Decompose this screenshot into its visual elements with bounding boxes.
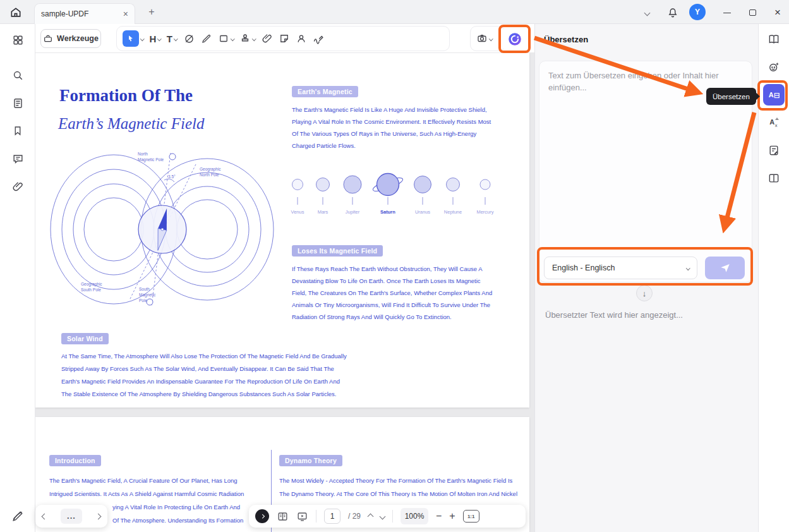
select-cursor-icon bbox=[123, 30, 139, 47]
language-select[interactable]: English - Englisch bbox=[544, 257, 697, 279]
search-icon bbox=[12, 70, 24, 82]
sticker-tool[interactable] bbox=[279, 29, 290, 48]
chevron-down-icon[interactable] bbox=[140, 37, 144, 40]
sidebar-comments-button[interactable] bbox=[9, 150, 27, 167]
reader-annotation-button[interactable] bbox=[765, 30, 783, 48]
translate-send-button[interactable] bbox=[705, 257, 745, 279]
signature-squiggle-icon bbox=[313, 33, 325, 45]
chevron-down-icon[interactable] bbox=[252, 37, 256, 40]
shapes-tool[interactable] bbox=[218, 29, 234, 48]
pdf-page-1[interactable]: Formation Of The Earth’s Magnetic Field bbox=[35, 53, 529, 408]
screenshot-tool[interactable] bbox=[476, 29, 493, 48]
chip-introduction: Introduction bbox=[49, 455, 101, 466]
tools-icon bbox=[43, 33, 53, 44]
edit-heading-tool[interactable]: H bbox=[150, 29, 161, 48]
page-total-label: / 29 bbox=[348, 512, 361, 521]
ellipse-slash-icon bbox=[183, 33, 195, 45]
camera-icon bbox=[476, 33, 488, 44]
maximize-icon bbox=[749, 9, 756, 16]
word-translate-button[interactable]: A x bbox=[765, 114, 783, 131]
document-canvas[interactable]: Formation Of The Earth’s Magnetic Field bbox=[35, 53, 534, 532]
chip-dynamo-theory: Dynamo Theory bbox=[279, 455, 342, 466]
sidebar-attachments-button[interactable] bbox=[9, 178, 27, 195]
home-icon bbox=[9, 6, 22, 19]
planet-label: Neptune bbox=[444, 209, 462, 215]
panel-title: Übersetzen bbox=[544, 35, 588, 44]
right-sidebar: A A x bbox=[758, 24, 789, 532]
more-pages-button[interactable]: ... bbox=[61, 509, 82, 524]
new-tab-button[interactable]: + bbox=[144, 4, 159, 20]
select-tool[interactable] bbox=[123, 29, 144, 48]
chevron-down-icon[interactable] bbox=[157, 37, 161, 40]
slideshow-button[interactable] bbox=[296, 511, 308, 523]
swap-direction-button[interactable]: ↓ bbox=[636, 285, 653, 301]
svg-text:Pole: Pole bbox=[139, 298, 147, 303]
collapse-toolbar-button[interactable] bbox=[255, 509, 269, 523]
window-maximize-button[interactable] bbox=[743, 5, 762, 20]
translate-button[interactable]: A bbox=[763, 84, 785, 106]
avatar[interactable]: Y bbox=[689, 4, 706, 20]
sidebar-thumbnails-button[interactable] bbox=[9, 94, 27, 112]
window-minimize-button[interactable] bbox=[718, 5, 737, 20]
diagram-south-label: South bbox=[139, 287, 150, 291]
chevron-down-icon[interactable] bbox=[231, 37, 234, 40]
zoom-in-button[interactable]: + bbox=[449, 511, 455, 522]
zoom-out-button[interactable]: − bbox=[436, 511, 442, 522]
form-fill-button[interactable] bbox=[765, 142, 783, 159]
sidebar-apps-grid-button[interactable] bbox=[9, 31, 27, 49]
tab-close-icon[interactable]: × bbox=[123, 9, 128, 19]
pen-tool[interactable] bbox=[201, 29, 212, 48]
sidebar-search-button[interactable] bbox=[9, 66, 27, 84]
window-titlebar: sample-UPDF × + Y × bbox=[0, 0, 789, 24]
sidebar-signature-button[interactable] bbox=[9, 507, 27, 525]
translate-output-placeholder: Übersetzter Text wird hier angezeigt... bbox=[545, 310, 683, 320]
reading-mode-button[interactable] bbox=[277, 511, 289, 523]
chevron-down-icon bbox=[686, 266, 690, 270]
watermark-tool[interactable] bbox=[296, 29, 307, 48]
page-layout-button[interactable] bbox=[765, 169, 783, 187]
chevron-down-icon[interactable] bbox=[174, 37, 178, 40]
ai-assistant-button[interactable] bbox=[765, 58, 783, 76]
text-tool[interactable]: T bbox=[167, 29, 178, 48]
back-button[interactable] bbox=[42, 513, 48, 519]
sidebar-bookmarks-button[interactable] bbox=[9, 122, 27, 140]
werkzeuge-button[interactable]: Werkzeuge bbox=[40, 29, 101, 48]
reading-mode-icon bbox=[277, 511, 289, 523]
chevron-down-icon[interactable] bbox=[489, 37, 493, 40]
attachment-tool[interactable] bbox=[262, 29, 273, 48]
diagram-angle-label: 3.5° bbox=[168, 174, 176, 179]
next-page-button[interactable] bbox=[380, 513, 386, 519]
notifications-button[interactable] bbox=[665, 4, 681, 21]
send-icon bbox=[720, 262, 731, 274]
titlebar-chevron-down-icon[interactable] bbox=[639, 5, 654, 20]
ai-translate-tool[interactable] bbox=[503, 27, 527, 51]
reader-icon bbox=[768, 33, 780, 45]
divider bbox=[392, 510, 393, 523]
window-close-button[interactable]: × bbox=[768, 5, 787, 20]
paperclip-icon bbox=[262, 33, 273, 44]
comment-icon bbox=[12, 153, 24, 165]
page-number-input[interactable] bbox=[324, 509, 340, 524]
signature-tool[interactable] bbox=[313, 29, 325, 48]
app-home-button[interactable] bbox=[8, 4, 24, 21]
word-translate-icon: A x bbox=[768, 116, 780, 129]
previous-page-button[interactable] bbox=[368, 513, 374, 519]
document-tab[interactable]: sample-UPDF × bbox=[34, 3, 135, 24]
forward-button[interactable] bbox=[95, 513, 102, 519]
person-badge-icon bbox=[296, 33, 307, 44]
apps-grid-icon bbox=[12, 34, 24, 46]
planet-label: Jupiter bbox=[346, 209, 360, 215]
fit-actual-size-button[interactable]: 1:1 bbox=[463, 510, 479, 523]
zoom-level-value[interactable]: 100% bbox=[401, 508, 428, 524]
werkzeuge-label: Werkzeuge bbox=[57, 34, 99, 43]
planet-label: Mars bbox=[318, 209, 328, 215]
slideshow-icon bbox=[296, 511, 308, 523]
stamp-tool[interactable] bbox=[239, 29, 256, 48]
capture-tools-group bbox=[470, 26, 505, 51]
ellipse-tool[interactable] bbox=[183, 29, 195, 48]
sticker-icon bbox=[279, 33, 290, 44]
ai-assistant-icon bbox=[768, 61, 780, 73]
avatar-initial: Y bbox=[695, 8, 700, 16]
doc-title-line1: Formation Of The bbox=[59, 86, 193, 106]
minimize-icon bbox=[723, 13, 731, 13]
